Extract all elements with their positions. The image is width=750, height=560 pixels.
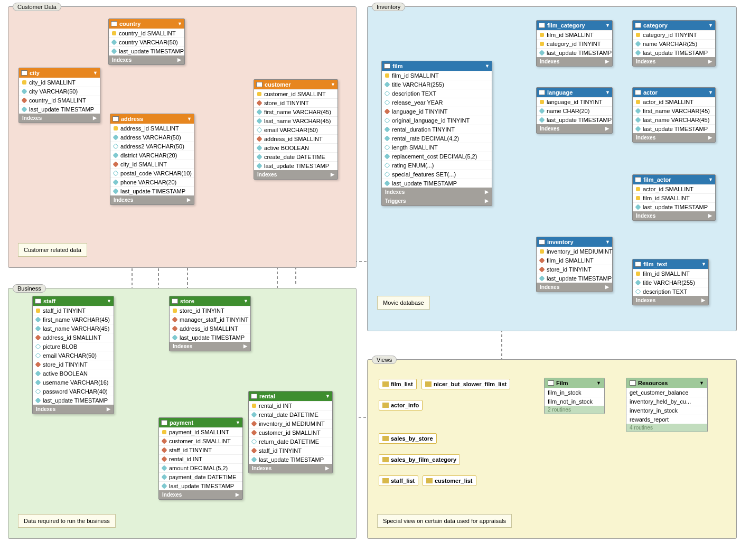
table-header[interactable]: film_category▼	[537, 21, 612, 30]
table-indexes-footer[interactable]: Indexes▶	[537, 124, 612, 133]
table-column[interactable]: active BOOLEAN	[33, 369, 114, 378]
routine-item[interactable]: rewards_report	[626, 415, 707, 424]
table-column[interactable]: last_update TIMESTAMP	[249, 455, 332, 464]
routine-item[interactable]: film_not_in_stock	[545, 397, 604, 406]
table-column[interactable]: staff_id TINYINT	[249, 446, 332, 455]
table-payment[interactable]: payment▼payment_id SMALLINTcustomer_id S…	[158, 417, 243, 500]
table-column[interactable]: last_update TIMESTAMP	[633, 48, 715, 57]
table-header[interactable]: country▼	[109, 19, 184, 29]
table-film-category[interactable]: film_category▼film_id SMALLINTcategory_i…	[536, 20, 613, 67]
table-column[interactable]: staff_id TINYINT	[159, 445, 242, 454]
table-indexes-footer[interactable]: Indexes▶	[633, 133, 715, 142]
table-column[interactable]: inventory_id MEDIUMINT	[537, 247, 612, 256]
routine-item[interactable]: film_in_stock	[545, 388, 604, 397]
table-header[interactable]: store▼	[170, 296, 250, 306]
table-column[interactable]: title VARCHAR(255)	[633, 278, 708, 287]
table-header[interactable]: film▼	[382, 61, 492, 71]
view-sales-by-film-category[interactable]: sales_by_film_category	[379, 454, 460, 465]
table-indexes-footer[interactable]: Indexes▶	[537, 57, 612, 66]
table-indexes-footer[interactable]: Indexes▶	[633, 211, 715, 220]
table-column[interactable]: last_update TIMESTAMP	[537, 48, 612, 57]
table-column[interactable]: store_id TINYINT	[537, 265, 612, 274]
table-address[interactable]: address▼address_id SMALLINTaddress VARCH…	[110, 114, 194, 205]
table-column[interactable]: last_update TIMESTAMP	[159, 481, 242, 490]
table-header[interactable]: film_text▼	[633, 259, 708, 269]
table-column[interactable]: city_id SMALLINT	[110, 160, 194, 169]
table-column[interactable]: payment_id SMALLINT	[159, 427, 242, 436]
table-column[interactable]: name CHAR(20)	[537, 106, 612, 115]
table-column[interactable]: last_update TIMESTAMP	[19, 105, 100, 114]
table-column[interactable]: name VARCHAR(25)	[633, 39, 715, 48]
table-indexes-footer[interactable]: Indexes▶	[254, 170, 338, 179]
table-column[interactable]: payment_date DATETIME	[159, 472, 242, 481]
table-film-actor[interactable]: film_actor▼actor_id SMALLINTfilm_id SMAL…	[632, 174, 716, 221]
table-column[interactable]: customer_id SMALLINT	[254, 89, 338, 98]
table-column[interactable]: replacement_cost DECIMAL(5,2)	[382, 152, 492, 161]
view-sales-by-store[interactable]: sales_by_store	[379, 433, 437, 444]
table-header[interactable]: city▼	[19, 68, 100, 78]
table-header[interactable]: staff▼	[33, 296, 114, 306]
table-column[interactable]: staff_id TINYINT	[33, 306, 114, 315]
table-column[interactable]: store_id TINYINT	[33, 360, 114, 369]
table-column[interactable]: last_update TIMESTAMP	[33, 396, 114, 405]
table-column[interactable]: address_id SMALLINT	[254, 134, 338, 143]
table-column[interactable]: last_name VARCHAR(45)	[633, 115, 715, 124]
table-column[interactable]: title VARCHAR(255)	[382, 80, 492, 89]
table-column[interactable]: film_id SMALLINT	[537, 256, 612, 265]
table-column[interactable]: phone VARCHAR(20)	[110, 178, 194, 186]
table-film-text[interactable]: film_text▼film_id SMALLINTtitle VARCHAR(…	[632, 259, 709, 305]
table-column[interactable]: rental_duration TINYINT	[382, 125, 492, 134]
table-column[interactable]: special_features SET(...)	[382, 170, 492, 179]
table-column[interactable]: rental_id INT	[249, 401, 332, 410]
table-column[interactable]: email VARCHAR(50)	[254, 125, 338, 134]
table-column[interactable]: last_update TIMESTAMP	[170, 333, 250, 342]
table-indexes-footer[interactable]: Indexes▶	[633, 57, 715, 66]
table-column[interactable]: address_id SMALLINT	[110, 124, 194, 133]
table-country[interactable]: country▼country_id SMALLINTcountry VARCH…	[108, 18, 185, 65]
table-column[interactable]: username VARCHAR(16)	[33, 378, 114, 387]
table-column[interactable]: amount DECIMAL(5,2)	[159, 463, 242, 472]
table-column[interactable]: last_update TIMESTAMP	[382, 179, 492, 188]
routine-item[interactable]: inventory_held_by_cu...	[626, 397, 707, 406]
table-column[interactable]: customer_id SMALLINT	[249, 428, 332, 437]
table-column[interactable]: film_id SMALLINT	[382, 71, 492, 80]
er-diagram-canvas[interactable]: Customer Data Customer related data Busi…	[0, 0, 750, 560]
table-column[interactable]: rental_id INT	[159, 454, 242, 463]
table-column[interactable]: country_id SMALLINT	[109, 29, 184, 38]
table-column[interactable]: postal_code VARCHAR(10)	[110, 169, 194, 178]
table-indexes-footer[interactable]: Indexes▶	[249, 464, 332, 473]
table-column[interactable]: last_update TIMESTAMP	[537, 115, 612, 124]
table-column[interactable]: email VARCHAR(50)	[33, 351, 114, 360]
table-indexes-footer[interactable]: Indexes▶	[19, 114, 100, 123]
table-column[interactable]: language_id TINYINT	[382, 107, 492, 116]
table-column[interactable]: first_name VARCHAR(45)	[254, 107, 338, 116]
table-language[interactable]: language▼language_id TINYINTname CHAR(20…	[536, 87, 613, 134]
table-column[interactable]: address2 VARCHAR(50)	[110, 142, 194, 151]
table-column[interactable]: last_update TIMESTAMP	[633, 202, 715, 211]
table-column[interactable]: category_id TINYINT	[633, 30, 715, 39]
table-column[interactable]: actor_id SMALLINT	[633, 97, 715, 106]
table-column[interactable]: district VARCHAR(20)	[110, 151, 194, 160]
table-column[interactable]: first_name VARCHAR(45)	[633, 106, 715, 115]
table-indexes-footer[interactable]: Indexes▶	[633, 296, 708, 305]
table-header[interactable]: address▼	[110, 114, 194, 124]
table-column[interactable]: last_update TIMESTAMP	[537, 274, 612, 283]
table-column[interactable]: film_id SMALLINT	[633, 193, 715, 202]
table-column[interactable]: last_update TIMESTAMP	[110, 186, 194, 195]
table-column[interactable]: return_date DATETIME	[249, 437, 332, 446]
table-column[interactable]: rating ENUM(...)	[382, 161, 492, 170]
table-store[interactable]: store▼store_id TINYINTmanager_staff_id T…	[169, 296, 251, 351]
table-column[interactable]: manager_staff_id TINYINT	[170, 315, 250, 324]
table-column[interactable]: city_id SMALLINT	[19, 78, 100, 87]
table-column[interactable]: active BOOLEAN	[254, 143, 338, 152]
table-column[interactable]: description TEXT	[382, 89, 492, 98]
table-header[interactable]: category▼	[633, 21, 715, 30]
table-city[interactable]: city▼city_id SMALLINTcity VARCHAR(50)cou…	[18, 68, 100, 123]
table-indexes-footer[interactable]: Indexes▶	[537, 283, 612, 292]
routine-item[interactable]: get_customer_balance	[626, 388, 707, 397]
table-column[interactable]: password VARCHAR(40)	[33, 387, 114, 396]
table-column[interactable]: picture BLOB	[33, 342, 114, 351]
table-column[interactable]: last_update TIMESTAMP	[633, 124, 715, 133]
table-column[interactable]: language_id TINYINT	[537, 97, 612, 106]
table-column[interactable]: address_id SMALLINT	[33, 333, 114, 342]
